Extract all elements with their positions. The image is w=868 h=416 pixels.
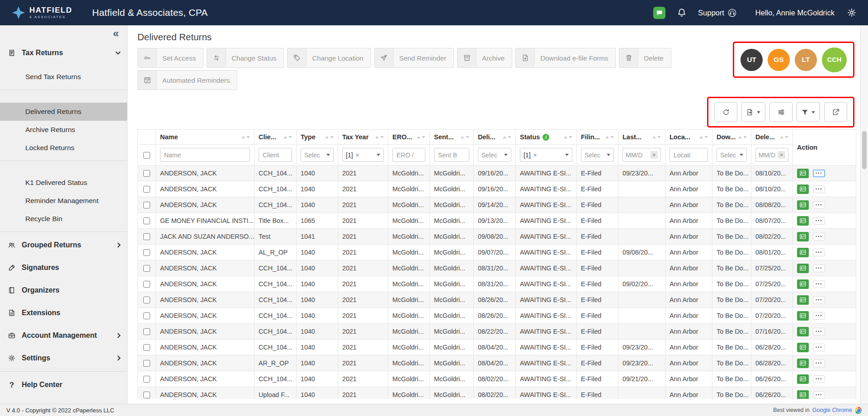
row-checkbox[interactable] — [143, 328, 150, 335]
clear-filter-icon[interactable]: × — [650, 151, 658, 159]
column-header-location[interactable]: Loca... — [665, 130, 712, 145]
row-checkbox[interactable] — [143, 392, 150, 398]
status-info-icon[interactable]: i — [542, 134, 549, 141]
row-menu-button[interactable]: ••• — [813, 391, 825, 399]
column-header-deleted[interactable]: Dele... — [751, 130, 793, 145]
row-checkbox[interactable] — [143, 170, 150, 177]
client-card-icon[interactable] — [797, 311, 809, 321]
archive-button[interactable]: Archive — [457, 48, 512, 68]
location-filter-input[interactable] — [670, 148, 708, 162]
client-card-icon[interactable] — [797, 232, 809, 241]
row-menu-button[interactable]: ••• — [813, 185, 825, 193]
client-card-icon[interactable] — [797, 248, 809, 257]
sort-icons[interactable] — [564, 136, 572, 138]
column-header-sent[interactable]: Sent... — [430, 130, 474, 145]
clear-filter-icon[interactable]: × — [533, 152, 537, 158]
sidebar-item-tax-returns[interactable]: Tax Returns — [0, 43, 127, 62]
sidebar-item-help-center[interactable]: ?Help Center — [0, 375, 127, 394]
row-menu-button[interactable]: ••• — [813, 233, 825, 241]
row-checkbox[interactable] — [143, 360, 150, 367]
scrollbar-thumb[interactable] — [862, 131, 867, 169]
deleted-filter-date[interactable]: MM/D× — [755, 148, 788, 162]
export-file-button[interactable] — [741, 102, 765, 122]
row-checkbox[interactable] — [143, 186, 150, 193]
sidebar-item-k1-delivered-status[interactable]: K1 Delivered Status — [0, 174, 127, 192]
column-header-name[interactable]: Name — [156, 130, 255, 145]
sidebar-item-grouped-returns[interactable]: Grouped Returns — [0, 236, 127, 255]
name-filter-input[interactable] — [160, 148, 250, 162]
sort-icons[interactable] — [325, 136, 334, 138]
chat-icon[interactable] — [653, 7, 665, 19]
sort-icons[interactable] — [605, 136, 614, 138]
client-filter-input[interactable] — [259, 148, 292, 162]
download-e-file-forms-button[interactable]: Download e-file Forms — [515, 48, 616, 68]
ero-filter-input[interactable] — [392, 148, 425, 162]
sort-icons[interactable] — [699, 136, 708, 138]
client-card-icon[interactable] — [797, 200, 809, 210]
type-filter-select[interactable]: Selec — [301, 148, 334, 162]
client-card-icon[interactable] — [797, 295, 809, 305]
row-menu-button[interactable]: ••• — [813, 328, 825, 336]
change-status-button[interactable]: Change Status — [207, 48, 284, 68]
row-menu-button[interactable]: ••• — [813, 344, 825, 351]
tax_year-filter-multiselect[interactable]: [1]× — [342, 148, 384, 162]
row-checkbox[interactable] — [143, 281, 150, 288]
row-menu-button[interactable]: ••• — [813, 170, 825, 177]
client-card-icon[interactable] — [797, 343, 809, 352]
select-all-checkbox[interactable] — [143, 152, 150, 159]
support-button[interactable]: Support — [698, 9, 736, 17]
row-checkbox[interactable] — [143, 265, 150, 272]
clear-filter-icon[interactable]: × — [778, 151, 785, 159]
sidebar-item-recycle-bin[interactable]: Recycle Bin — [0, 210, 127, 228]
status-filter-multiselect[interactable]: [1]× — [520, 148, 572, 162]
delivered-filter-select[interactable]: Selec — [478, 148, 511, 162]
sort-icons[interactable] — [417, 136, 425, 138]
sidebar-item-settings[interactable]: Settings — [0, 349, 127, 368]
refresh-button[interactable] — [714, 102, 737, 122]
row-checkbox[interactable] — [143, 297, 150, 303]
row-checkbox[interactable] — [143, 312, 150, 319]
avatar-ut[interactable]: UT — [741, 49, 763, 71]
row-menu-button[interactable]: ••• — [813, 280, 825, 288]
row-menu-button[interactable]: ••• — [813, 249, 825, 256]
client-card-icon[interactable] — [797, 184, 809, 194]
row-menu-button[interactable]: ••• — [813, 265, 825, 272]
client-card-icon[interactable] — [797, 279, 809, 289]
sort-icons[interactable] — [375, 136, 384, 138]
export-button[interactable] — [824, 102, 847, 122]
client-card-icon[interactable] — [797, 359, 809, 368]
send-reminder-button[interactable]: Send Reminder — [374, 48, 454, 68]
download-filter-select[interactable]: Selec — [717, 148, 747, 162]
google-chrome-link[interactable]: Google Chrome — [812, 407, 852, 413]
bell-icon[interactable] — [677, 8, 686, 17]
sidebar-item-signatures[interactable]: Signatures — [0, 258, 127, 277]
sort-icons[interactable] — [283, 136, 292, 138]
change-location-button[interactable]: Change Location — [287, 48, 371, 68]
column-header-last[interactable]: Last... — [618, 130, 665, 145]
row-checkbox[interactable] — [143, 376, 150, 383]
row-checkbox[interactable] — [143, 233, 150, 240]
sent-filter-input[interactable] — [434, 148, 469, 162]
sidebar-item-account-management[interactable]: Account Management — [0, 326, 127, 345]
sidebar-item-extensions[interactable]: Extensions — [0, 303, 127, 322]
sidebar-item-archive-returns[interactable]: Archive Returns — [0, 121, 127, 139]
last-filter-date[interactable]: MM/D× — [623, 148, 661, 162]
column-header-filing[interactable]: Filin... — [577, 130, 618, 145]
sort-icons[interactable] — [738, 136, 747, 138]
sort-icons[interactable] — [652, 136, 661, 138]
client-card-icon[interactable] — [797, 216, 809, 226]
delete-button[interactable]: Delete — [619, 48, 671, 68]
set-access-button[interactable]: Set Access — [137, 48, 203, 68]
row-menu-button[interactable]: ••• — [813, 296, 825, 304]
row-menu-button[interactable]: ••• — [813, 359, 825, 367]
filing-filter-select[interactable]: Selec — [581, 148, 614, 162]
row-menu-button[interactable]: ••• — [813, 217, 825, 225]
client-card-icon[interactable] — [797, 169, 809, 178]
sidebar-item-send-tax-returns[interactable]: Send Tax Returns — [0, 68, 127, 86]
client-card-icon[interactable] — [797, 264, 809, 273]
row-menu-button[interactable]: ••• — [813, 312, 825, 320]
sidebar-item-organizers[interactable]: Organizers — [0, 281, 127, 300]
column-header-delivered[interactable]: Deli... — [474, 130, 516, 145]
clear-filter-icon[interactable]: × — [356, 152, 359, 158]
gear-icon[interactable] — [847, 8, 856, 17]
